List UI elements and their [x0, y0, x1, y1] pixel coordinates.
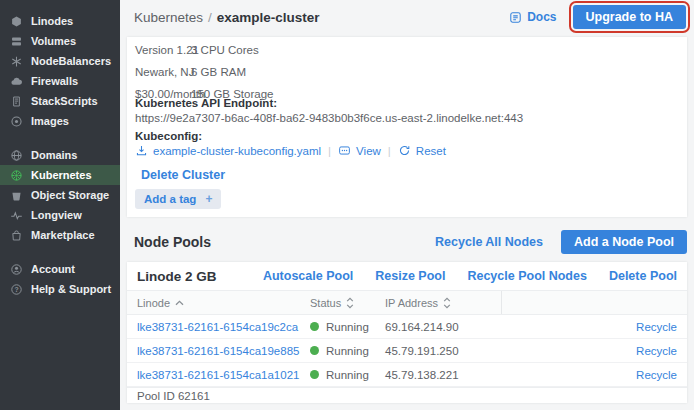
delete-cluster-link[interactable]: Delete Cluster — [141, 168, 225, 182]
sidebar-group-account: Account ? Help & Support — [0, 259, 120, 299]
node-pools-actions: Recycle All Nodes Add a Node Pool — [435, 230, 687, 254]
sidebar-item-longview[interactable]: Longview — [0, 205, 120, 225]
add-tag-button[interactable]: Add a tag + — [135, 189, 221, 209]
upgrade-to-ha-button[interactable]: Upgrade to HA — [573, 5, 687, 29]
resize-pool-link[interactable]: Resize Pool — [375, 269, 445, 283]
sidebar-item-firewalls[interactable]: Firewalls — [0, 71, 120, 91]
stackscripts-icon — [10, 95, 23, 108]
sidebar-item-images[interactable]: Images — [0, 111, 120, 131]
column-header-status[interactable]: Status — [305, 291, 381, 314]
sidebar-item-label: Domains — [31, 149, 77, 161]
sidebar-item-object-storage[interactable]: Object Storage — [0, 185, 120, 205]
kubeconfig-view-link[interactable]: View — [338, 144, 381, 157]
sidebar-item-domains[interactable]: Domains — [0, 145, 120, 165]
api-endpoint-label: Kubernetes API Endpoint: — [135, 97, 277, 109]
sidebar-item-label: Help & Support — [31, 283, 111, 295]
status-dot-running — [310, 322, 319, 331]
node-link[interactable]: lke38731-62161-6154ca19c2ca — [127, 321, 305, 333]
docs-link[interactable]: Docs — [509, 10, 556, 24]
node-link[interactable]: lke38731-62161-6154ca19e885 — [127, 345, 305, 357]
node-ip: 45.79.138.221 — [381, 369, 501, 381]
delete-pool-link[interactable]: Delete Pool — [609, 269, 677, 283]
node-ip: 69.164.214.90 — [381, 321, 501, 333]
sidebar-item-label: Longview — [31, 209, 82, 221]
recycle-node-link[interactable]: Recycle — [636, 345, 677, 357]
sidebar-item-linodes[interactable]: Linodes — [0, 11, 120, 31]
sidebar-item-label: NodeBalancers — [31, 55, 111, 67]
spec-cpu: 3 CPU Cores — [191, 39, 273, 61]
kubeconfig-reset-link[interactable]: Reset — [398, 144, 446, 157]
sidebar-item-volumes[interactable]: Volumes — [0, 31, 120, 51]
spec-ram: 6 GB RAM — [191, 61, 273, 83]
column-header-actions — [501, 291, 687, 314]
separator: | — [328, 145, 331, 157]
column-header-linode[interactable]: Linode — [127, 291, 305, 314]
sidebar-item-label: Volumes — [31, 35, 76, 47]
node-status: Running — [305, 321, 381, 333]
sidebar-item-stackscripts[interactable]: StackScripts — [0, 91, 120, 111]
cluster-specs: Version 1.21 3 CPU Cores Newark, NJ 6 GB… — [135, 39, 273, 105]
volumes-icon — [10, 35, 23, 48]
reset-label: Reset — [416, 145, 446, 157]
status-dot-running — [310, 346, 319, 355]
sort-icon — [443, 297, 451, 309]
add-tag-label: Add a tag — [144, 193, 196, 205]
firewalls-icon — [10, 75, 23, 88]
spec-region: Newark, NJ — [135, 61, 191, 83]
account-icon — [10, 263, 23, 276]
domains-icon — [10, 149, 23, 162]
autoscale-pool-link[interactable]: Autoscale Pool — [263, 269, 353, 283]
download-icon — [135, 144, 148, 157]
kubernetes-icon — [10, 169, 23, 182]
recycle-node-link[interactable]: Recycle — [636, 369, 677, 381]
recycle-node-link[interactable]: Recycle — [636, 321, 677, 333]
status-dot-running — [310, 370, 319, 379]
sidebar-item-help-support[interactable]: ? Help & Support — [0, 279, 120, 299]
sort-asc-icon — [175, 300, 184, 306]
page-header: Kubernetes / example-cluster Docs Upgrad… — [120, 0, 694, 34]
pool-id: Pool ID 62161 — [127, 387, 687, 403]
sidebar-group-compute: Linodes Volumes NodeBalancers Firewalls — [0, 11, 120, 131]
reset-icon — [398, 144, 411, 157]
add-node-pool-button[interactable]: Add a Node Pool — [561, 230, 687, 254]
view-icon — [338, 144, 351, 157]
kubeconfig-download-link[interactable]: example-cluster-kubeconfig.yaml — [135, 144, 321, 157]
sidebar-item-label: Images — [31, 115, 69, 127]
marketplace-icon — [10, 229, 23, 242]
recycle-pool-nodes-link[interactable]: Recycle Pool Nodes — [467, 269, 587, 283]
table-row: lke38731-62161-6154ca19c2ca Running 69.1… — [127, 315, 687, 339]
kubeconfig-label: Kubeconfig: — [135, 130, 202, 142]
main-content: Kubernetes / example-cluster Docs Upgrad… — [120, 0, 694, 410]
sidebar-item-label: Kubernetes — [31, 169, 92, 181]
node-link[interactable]: lke38731-62161-6154ca1a1021 — [127, 369, 305, 381]
node-table-body: lke38731-62161-6154ca19c2ca Running 69.1… — [127, 315, 687, 387]
sidebar-item-nodebalancers[interactable]: NodeBalancers — [0, 51, 120, 71]
sidebar-item-account[interactable]: Account — [0, 259, 120, 279]
sidebar-item-kubernetes[interactable]: Kubernetes — [0, 165, 120, 185]
header-actions: Docs Upgrade to HA — [509, 5, 686, 29]
recycle-all-nodes-link[interactable]: Recycle All Nodes — [435, 235, 543, 249]
help-icon: ? — [10, 283, 23, 296]
breadcrumb-separator: / — [208, 10, 212, 25]
nodebalancers-icon — [10, 55, 23, 68]
cluster-summary-panel: Version 1.21 3 CPU Cores Newark, NJ 6 GB… — [127, 37, 687, 217]
docs-icon — [509, 11, 522, 24]
longview-icon — [10, 209, 23, 222]
plus-icon: + — [205, 192, 212, 206]
sidebar-item-marketplace[interactable]: Marketplace — [0, 225, 120, 245]
breadcrumb: Kubernetes / example-cluster — [134, 10, 320, 25]
table-row: lke38731-62161-6154ca19e885 Running 45.7… — [127, 339, 687, 363]
sidebar-item-label: Firewalls — [31, 75, 78, 87]
column-header-ip-address[interactable]: IP Address — [381, 291, 501, 314]
docs-label: Docs — [527, 10, 556, 24]
pool-name: Linode 2 GB — [137, 269, 217, 284]
sidebar-item-label: StackScripts — [31, 95, 98, 107]
page-title: example-cluster — [217, 10, 320, 25]
node-pools-title: Node Pools — [134, 234, 211, 250]
node-status: Running — [305, 369, 381, 381]
breadcrumb-kubernetes-link[interactable]: Kubernetes — [134, 10, 203, 25]
sidebar-item-label: Account — [31, 263, 75, 275]
api-endpoint-url: https://9e2a7307-b6ac-408f-ba62-9483b0b3… — [135, 112, 523, 124]
sidebar-group-services: Domains Kubernetes Object Storage Longvi… — [0, 145, 120, 245]
sort-icon — [346, 297, 354, 309]
